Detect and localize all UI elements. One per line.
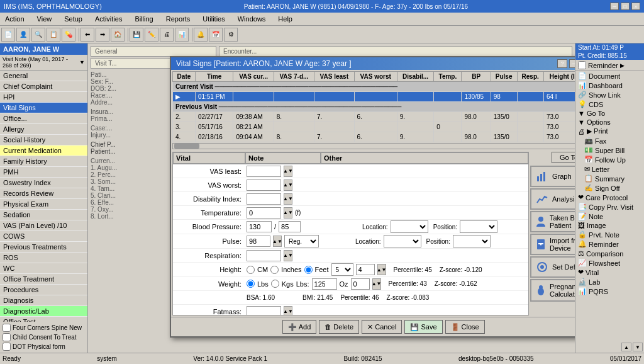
weight-lbs-radio[interactable]	[247, 280, 255, 288]
nav-allergy[interactable]: Allergy	[0, 124, 87, 135]
height-feet-radio[interactable]	[304, 266, 313, 274]
pulse-location-select[interactable]	[384, 235, 421, 247]
menu-view[interactable]: View	[35, 14, 55, 24]
right-super-bill[interactable]: 💵 Super Bill	[575, 145, 644, 155]
height-inches-input[interactable]	[356, 264, 375, 275]
nav-sedation[interactable]: Sedation	[0, 210, 87, 220]
delete-button[interactable]: 🗑 Delete	[319, 320, 359, 334]
nav-office[interactable]: Office...	[0, 113, 87, 124]
nav-oswestry[interactable]: Oswestry Index	[0, 178, 87, 188]
cancel-button[interactable]: ✕ Cancel	[362, 320, 402, 334]
add-button[interactable]: ➕ Add	[282, 320, 316, 334]
vas-worst-input[interactable]	[247, 179, 281, 191]
nav-office-treatment[interactable]: Office Treatment	[0, 274, 87, 285]
resp-spinner[interactable]: ▲▼	[284, 250, 292, 261]
vas-worst-spinner[interactable]: ▲▼	[284, 179, 292, 191]
right-dashboard[interactable]: 📊 Dashboard	[575, 81, 644, 90]
dialog-minimize-btn[interactable]: ─	[569, 59, 575, 68]
tb-btn-14[interactable]: 📅	[209, 28, 223, 42]
vas-least-spinner[interactable]: ▲▼	[284, 166, 292, 177]
tb-btn-8[interactable]: 🏠	[111, 28, 125, 42]
right-scroll-down[interactable]: ▼	[633, 343, 643, 351]
bp-systolic[interactable]	[247, 221, 272, 232]
nav-chief-complaint[interactable]: Chief Complaint	[0, 81, 87, 92]
nav-social-history[interactable]: Social History	[0, 135, 87, 145]
weight-lbs-input[interactable]	[312, 278, 337, 290]
pulse-input[interactable]	[247, 236, 270, 247]
tb-btn-10[interactable]: ✏️	[145, 28, 158, 42]
right-letter[interactable]: ✉ Letter	[575, 164, 644, 174]
right-copy-prv[interactable]: 📑 Copy Prv. Visit	[575, 202, 644, 212]
restore-btn[interactable]: □	[621, 3, 630, 10]
right-scroll-up[interactable]: ▲	[621, 343, 631, 351]
nav-hpi[interactable]: HPI	[0, 92, 87, 103]
temp-spinner[interactable]: ▲▼	[284, 207, 292, 219]
bp-diastolic[interactable]	[279, 221, 301, 232]
weight-kgs-radio[interactable]	[271, 280, 279, 288]
tb-btn-1[interactable]: 📄	[1, 28, 15, 42]
menu-setup[interactable]: Setup	[62, 14, 85, 24]
nav-general[interactable]: General	[0, 71, 87, 81]
menu-activities[interactable]: Activities	[92, 14, 125, 24]
reminder-checkbox[interactable]	[578, 61, 586, 69]
bp-position-select[interactable]	[460, 220, 497, 233]
nav-procedures[interactable]: Procedures	[0, 285, 87, 295]
nav-vital-signs[interactable]: Vital Signs	[0, 103, 87, 113]
fatmass-spinner[interactable]: ▲▼	[284, 306, 292, 316]
nav-prev-treatments[interactable]: Previous Treatments	[0, 242, 87, 253]
taken-by-patient-button[interactable]: Taken By Patient	[530, 211, 575, 232]
right-fax[interactable]: 📠 Fax	[575, 136, 644, 145]
minimize-btn[interactable]: ─	[610, 3, 619, 10]
right-flowsheet[interactable]: 📈 Flowsheet	[575, 258, 644, 268]
set-default-button[interactable]: Set Default	[530, 256, 575, 278]
tb-btn-11[interactable]: 🖨	[160, 28, 174, 42]
tb-btn-5[interactable]: 💊	[62, 28, 75, 42]
visit-row-4[interactable]: 4. 02/18/16 09:04 AM 8. 7. 6. 9. 98.0 13…	[173, 132, 575, 142]
vas-least-input[interactable]	[247, 166, 281, 177]
height-feet-select[interactable]: 5	[331, 263, 353, 276]
nav-family-history[interactable]: Family History	[0, 156, 87, 167]
temp-input[interactable]	[247, 207, 281, 219]
height-cm-radio[interactable]	[247, 266, 255, 274]
right-goto[interactable]: ▼ Go To	[575, 109, 644, 118]
nav-vas[interactable]: VAS (Pain Level) /10	[0, 220, 87, 231]
disability-spinner[interactable]: ▲▼	[284, 193, 292, 205]
tb-btn-13[interactable]: 🔔	[194, 28, 208, 42]
height-inches-radio[interactable]	[270, 266, 279, 274]
bp-location-select[interactable]	[391, 220, 428, 233]
right-options[interactable]: ▼ Options	[575, 118, 644, 127]
right-vital[interactable]: ❤ Vital	[575, 268, 644, 277]
resp-input[interactable]	[247, 250, 281, 261]
right-lab[interactable]: 🔬 Lab	[575, 277, 644, 287]
weight-spinner[interactable]: ▲▼	[372, 278, 381, 290]
right-summary[interactable]: 📋 Summary	[575, 174, 644, 183]
nav-current-medication[interactable]: Current Medication	[0, 145, 87, 156]
tb-btn-4[interactable]: 📋	[47, 28, 60, 42]
right-document[interactable]: 📄 Document	[575, 71, 644, 81]
menu-billing[interactable]: Billing	[132, 14, 155, 24]
right-print[interactable]: 🖨 ▶ Print	[575, 127, 644, 136]
nav-physical-exam[interactable]: Physical Exam	[0, 199, 87, 210]
pulse-spinner[interactable]: ▲▼	[273, 236, 282, 247]
nav-wc[interactable]: WC	[0, 263, 87, 274]
tb-btn-3[interactable]: 🔍	[31, 28, 45, 42]
reminder-expand[interactable]: ▶	[620, 62, 625, 69]
tb-btn-12[interactable]: 📊	[175, 28, 189, 42]
pregnancy-calculator-button[interactable]: Pregnancy Calculator	[530, 279, 575, 302]
nav-records-review[interactable]: Records Review	[0, 188, 87, 199]
tb-btn-7[interactable]: ➡	[96, 28, 109, 42]
right-show-link[interactable]: 🔗 Show Link	[575, 90, 644, 100]
nav-diagnostic-lab[interactable]: Diagnostic/Lab	[0, 306, 87, 317]
visit-nav-btn[interactable]: ▼	[79, 59, 85, 65]
fatmass-input[interactable]	[247, 306, 281, 316]
right-pqrs[interactable]: 📊 PQRS	[575, 287, 644, 296]
visit-row-2[interactable]: 2. 02/27/17 09:38 AM 8. 7. 6. 9. 98.0 13…	[173, 112, 575, 122]
right-comparison[interactable]: ⚖ Comparison	[575, 249, 644, 258]
check-four-corners[interactable]	[3, 324, 11, 332]
menu-windows[interactable]: Windows	[235, 14, 269, 24]
import-from-device-button[interactable]: Import from Device	[530, 234, 575, 255]
menu-help[interactable]: Help	[275, 14, 295, 24]
right-follow-up[interactable]: 📅 Follow Up	[575, 155, 644, 164]
disability-input[interactable]	[247, 193, 281, 205]
menu-reports[interactable]: Reports	[164, 14, 193, 24]
